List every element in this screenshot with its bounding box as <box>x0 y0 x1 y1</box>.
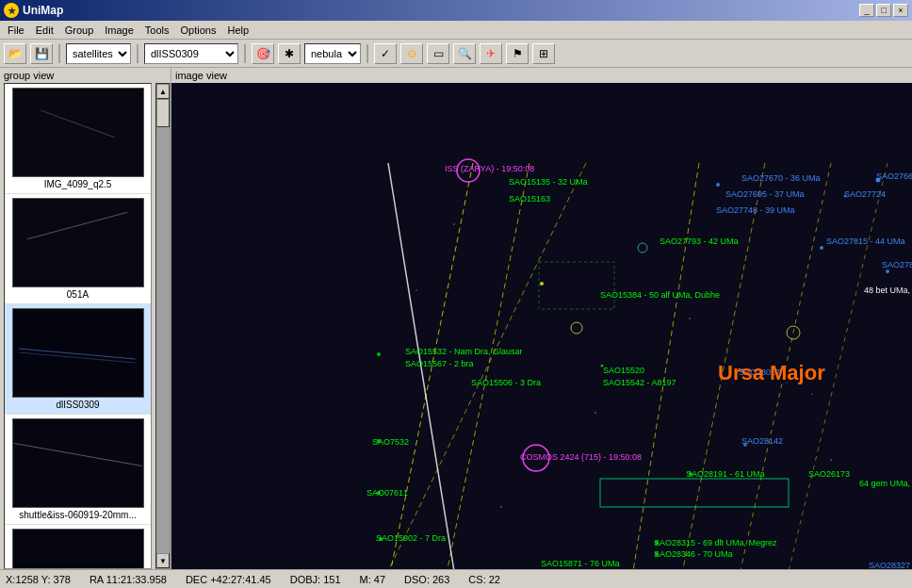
save-button[interactable]: 💾 <box>30 43 53 64</box>
group-item-img4[interactable]: shuttle&iss-060919-20mm... <box>5 415 151 525</box>
plane-button[interactable]: ✈ <box>480 43 502 64</box>
svg-line-2 <box>360 163 586 569</box>
scroll-down[interactable]: ▼ <box>156 553 170 568</box>
label-sao15542: SAO15542 - A8197 <box>603 378 676 387</box>
open-button[interactable]: 📂 <box>4 43 26 64</box>
svg-point-13 <box>638 243 647 253</box>
label-sao27695: SAO27695 - 37 UMa <box>725 189 805 199</box>
svg-point-46 <box>415 289 417 291</box>
group-item-img3[interactable]: dlISS0309 <box>5 304 151 415</box>
star-button[interactable]: ✱ <box>278 43 301 64</box>
label-sao26173: SAO26173 <box>808 469 850 479</box>
minimize-button[interactable]: _ <box>859 4 874 17</box>
menu-edit[interactable]: Edit <box>30 23 59 38</box>
label-sao28327: SAO28327 <box>869 561 910 569</box>
status-coords: X:1258 Y: 378 <box>6 574 71 585</box>
svg-point-34 <box>689 472 692 476</box>
svg-point-44 <box>500 506 502 508</box>
circle-button[interactable]: ⊙ <box>400 43 423 64</box>
group-item-label-img4: shuttle&iss-060919-20mm... <box>19 510 137 520</box>
menu-tools[interactable]: Tools <box>139 23 175 38</box>
nebula-dropdown[interactable]: nebula <box>304 43 361 64</box>
label-sao27724: SAO27724 <box>844 189 886 199</box>
check-button[interactable]: ✓ <box>374 43 397 64</box>
satellites-dropdown[interactable]: satellites <box>66 43 131 64</box>
close-button[interactable]: × <box>893 4 908 17</box>
label-sao27748: SAO27748 - 39 UMa <box>716 205 795 215</box>
group-item-label-img3: dlISS0309 <box>56 400 99 410</box>
svg-rect-11 <box>600 479 789 507</box>
toolbar: 📂 💾 satellites dlISS0309 🎯 ✱ nebula ✓ ⊙ … <box>0 40 912 68</box>
label-sao15902: SAO15902 - 7 Dra <box>376 533 446 543</box>
label-sao27815: SAO27815 - 44 UMa <box>826 237 905 246</box>
label-64gem: 64 gem UMa, Phaecd <box>859 479 912 488</box>
menu-help[interactable]: Help <box>221 23 254 38</box>
svg-point-17 <box>876 178 881 183</box>
svg-point-9 <box>457 159 480 182</box>
svg-point-40 <box>594 412 596 414</box>
thumbnail-img2 <box>12 198 144 287</box>
group-scrollbar[interactable]: ▲ ▼ <box>155 83 171 569</box>
label-sao15567: SAO15567 - 2 bra <box>405 359 474 368</box>
thumbnail-img3 <box>12 308 144 398</box>
label-merak: 48 bet UMa, Merak <box>864 286 912 295</box>
label-sao7532: SAO7532 <box>372 437 409 447</box>
svg-point-29 <box>377 439 381 443</box>
map-overlay-svg <box>171 83 912 569</box>
label-sao28017: SAO28017 <box>739 368 780 377</box>
thumbnail-img1 <box>12 88 144 177</box>
app-icon: ★ <box>4 3 19 18</box>
status-dso: DSO: 263 <box>404 574 449 585</box>
label-sao27670: SAO27670 - 36 UMa <box>741 173 821 183</box>
separator-4 <box>366 44 368 63</box>
menu-group[interactable]: Group <box>59 23 100 38</box>
svg-point-41 <box>830 459 832 461</box>
status-dobj: DOBJ: 151 <box>290 574 341 585</box>
square-button[interactable]: ▭ <box>427 43 449 64</box>
group-list: IMG_4099_q2.5 051A dlISS0309 <box>4 83 152 569</box>
svg-line-4 <box>624 163 699 569</box>
scroll-track <box>156 99 170 553</box>
label-iss: ISS (ZARYA) - 19:50:08 <box>445 164 534 173</box>
svg-point-18 <box>844 195 847 198</box>
label-cosmos: COSMOS 2424 (715) - 19:50:08 <box>520 452 642 462</box>
svg-point-12 <box>571 322 582 334</box>
svg-point-43 <box>689 318 691 319</box>
status-dec: DEC +42:27:41.45 <box>186 574 271 585</box>
group-item-img2[interactable]: 051A <box>5 194 151 304</box>
menu-file[interactable]: File <box>2 23 30 38</box>
app-title: UniMap <box>23 4 63 17</box>
label-sao15520: SAO15520 <box>603 366 644 375</box>
group-item-label-img1: IMG_4099_q2.5 <box>44 179 112 189</box>
image-select[interactable]: dlISS0309 <box>144 43 238 64</box>
group-item-img1[interactable]: IMG_4099_q2.5 <box>5 84 151 194</box>
menu-image[interactable]: Image <box>99 23 139 38</box>
grid-button[interactable]: ⊞ <box>532 43 555 64</box>
svg-point-19 <box>820 246 823 250</box>
svg-line-3 <box>388 163 464 569</box>
status-ra: RA 11:21:33.958 <box>90 574 167 585</box>
maximize-button[interactable]: □ <box>876 4 891 17</box>
search-button[interactable]: 🔍 <box>453 43 476 64</box>
svg-point-28 <box>377 352 381 356</box>
scroll-up[interactable]: ▲ <box>156 84 170 99</box>
svg-point-15 <box>540 282 544 286</box>
svg-line-6 <box>727 163 831 569</box>
label-sao28191: SAO28191 - 61 UMa <box>686 469 765 479</box>
image-view[interactable]: ISS (ZARYA) - 19:50:08 SAO15135 - 32 UMa… <box>171 83 912 569</box>
label-sao15384: SAO15384 - 50 alf UMa, Dubhe <box>600 290 720 300</box>
ursa-major-label: Ursa Major <box>718 361 825 385</box>
status-cs: CS: 22 <box>468 574 500 585</box>
label-sao15163: SAO15163 <box>509 194 550 204</box>
svg-point-36 <box>655 552 659 556</box>
svg-line-1 <box>435 163 529 569</box>
label-sao27858: SAO27858 <box>882 260 912 270</box>
svg-point-33 <box>601 365 604 368</box>
flag-button[interactable]: ⚑ <box>506 43 529 64</box>
label-sao28346: SAO28346 - 70 UMa <box>654 549 733 559</box>
group-item-img5[interactable] <box>5 525 151 569</box>
scroll-thumb[interactable] <box>156 99 170 127</box>
target-button[interactable]: 🎯 <box>252 43 274 64</box>
svg-point-31 <box>379 537 383 541</box>
menu-options[interactable]: Options <box>175 23 222 38</box>
